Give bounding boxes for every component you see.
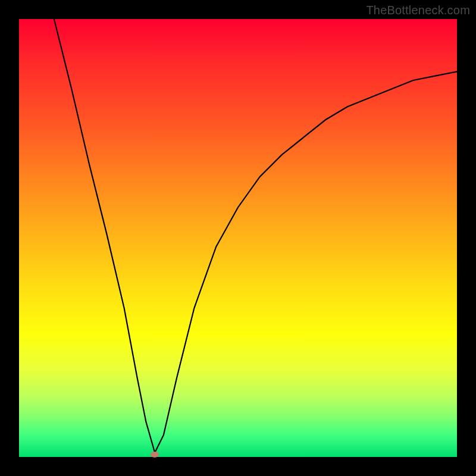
chart-container: TheBottleneck.com: [0, 0, 476, 476]
curve-path: [54, 19, 457, 453]
watermark-text: TheBottleneck.com: [366, 4, 470, 17]
chart-curve-svg: [19, 19, 457, 457]
min-marker: [151, 452, 159, 458]
